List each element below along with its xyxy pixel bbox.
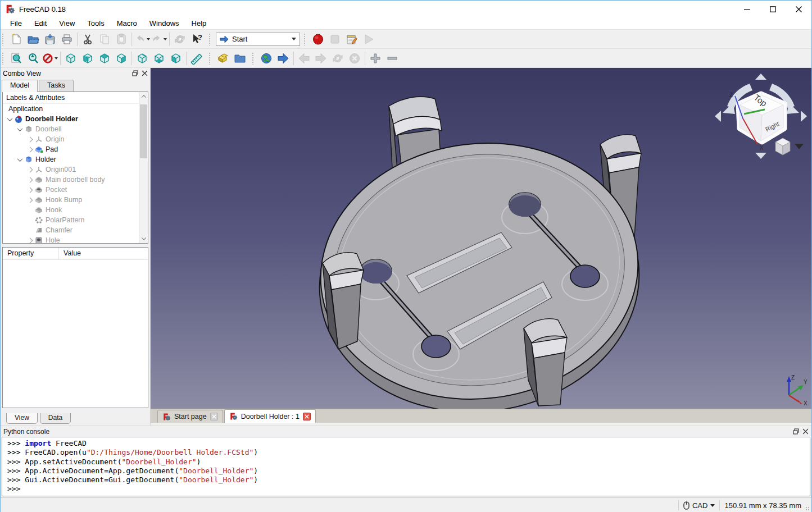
tree-item-pocket[interactable]: Pocket — [3, 185, 139, 195]
nav-menu-caret[interactable] — [795, 144, 804, 149]
close-button[interactable] — [786, 1, 811, 17]
resize-grip[interactable] — [805, 506, 810, 511]
view-axonometric-button[interactable] — [62, 51, 79, 66]
view-left-button[interactable] — [167, 51, 184, 66]
nav-down-triangle[interactable] — [755, 153, 766, 159]
draw-style-dropdown-caret[interactable] — [55, 57, 58, 60]
paste-button[interactable] — [113, 31, 130, 47]
tree-item-chamfer[interactable]: Chamfer — [3, 225, 139, 235]
tree-item-hook[interactable]: Hook — [3, 205, 139, 215]
web-stop-button[interactable] — [346, 51, 363, 66]
menu-file[interactable]: File — [4, 18, 28, 29]
expander-icon[interactable] — [15, 127, 24, 131]
view-bottom-button[interactable] — [151, 51, 167, 66]
macro-stop-button[interactable] — [326, 31, 343, 47]
zoom-out-button[interactable] — [384, 51, 401, 66]
view-rear-button[interactable] — [134, 51, 151, 66]
workbench-selector[interactable]: Start — [216, 33, 300, 46]
toolbar-drag-handle[interactable] — [208, 33, 211, 45]
nav-cube-body[interactable]: Top Right — [738, 93, 784, 142]
scroll-down-icon[interactable] — [139, 234, 148, 243]
forward-button[interactable] — [312, 51, 329, 66]
tab-model[interactable]: Model — [2, 80, 38, 92]
expander-icon[interactable] — [25, 138, 34, 141]
tree-item-polarpattern[interactable]: PolarPattern — [3, 215, 139, 225]
navigation-cube[interactable]: Top Right Z X — [710, 71, 811, 166]
tree-item-hook-bump[interactable]: Hook Bump — [3, 195, 139, 205]
expander-icon[interactable] — [15, 158, 24, 162]
undo-button[interactable] — [134, 31, 151, 47]
tab-view[interactable]: View — [6, 413, 38, 424]
close-tab-icon[interactable] — [303, 413, 311, 420]
scrollbar-thumb[interactable] — [140, 104, 147, 158]
panel-close-icon[interactable] — [142, 70, 148, 76]
tree-item-doorbell[interactable]: Doorbell — [3, 124, 139, 134]
redo-dropdown-caret[interactable] — [164, 38, 167, 40]
open-button[interactable] — [25, 31, 42, 47]
tree-item-origin001[interactable]: Origin001 — [3, 164, 139, 175]
refresh-button[interactable] — [171, 31, 188, 47]
copy-button[interactable] — [96, 31, 113, 47]
menu-view[interactable]: View — [53, 18, 81, 29]
close-tab-icon[interactable] — [210, 413, 218, 420]
tree-item-doorbell-holder[interactable]: Doorbell Holder — [3, 114, 139, 124]
scroll-up-icon[interactable] — [139, 92, 148, 101]
new-document-button[interactable] — [8, 31, 25, 47]
nav-mini-cube[interactable] — [775, 138, 790, 155]
nav-up-triangle[interactable] — [755, 74, 766, 80]
expander-icon[interactable] — [25, 148, 34, 152]
expander-icon[interactable] — [25, 198, 34, 202]
panel-float-icon[interactable] — [132, 70, 138, 76]
redo-button[interactable] — [151, 31, 167, 47]
tree-item-pad[interactable]: Pad — [3, 144, 139, 154]
undo-dropdown-caret[interactable] — [147, 38, 150, 40]
save-button[interactable] — [42, 31, 58, 47]
console-prompt-line[interactable]: >>> — [7, 484, 810, 493]
panel-float-icon[interactable] — [793, 428, 799, 435]
nav-right-triangle[interactable] — [801, 111, 807, 122]
menu-macro[interactable]: Macro — [111, 18, 143, 29]
expander-icon[interactable] — [25, 178, 34, 182]
web-refresh-button[interactable] — [329, 51, 346, 66]
tab-start-page[interactable]: Start page — [157, 410, 223, 423]
back-button[interactable] — [296, 51, 312, 66]
part-button[interactable] — [215, 51, 232, 66]
maximize-button[interactable] — [760, 1, 786, 17]
web-home-button[interactable] — [258, 51, 275, 66]
view-right-button[interactable] — [113, 51, 130, 66]
view-top-button[interactable] — [96, 51, 113, 66]
open-start-page-button[interactable] — [275, 51, 292, 66]
menu-help[interactable]: Help — [185, 18, 213, 29]
python-console[interactable]: >>> import FreeCAD >>> FreeCAD.open(u"D:… — [2, 437, 810, 496]
tree-item-origin[interactable]: Origin — [3, 134, 139, 144]
toolbar-drag-handle[interactable] — [2, 52, 4, 65]
menu-windows[interactable]: Windows — [143, 18, 185, 29]
fit-all-button[interactable] — [8, 51, 25, 66]
toolbar-drag-handle[interactable] — [303, 33, 306, 45]
folder-button[interactable] — [232, 51, 248, 66]
tab-doorbell-holder[interactable]: Doorbell Holder : 1 — [224, 409, 316, 423]
tree-item-hole[interactable]: Hole — [3, 235, 139, 243]
toolbar-drag-handle[interactable] — [208, 52, 211, 65]
tree-item-main-doorbell-body[interactable]: Main doorbell body — [3, 175, 139, 185]
minimize-button[interactable] — [734, 1, 760, 17]
3d-viewport[interactable]: Top Right Z X — [151, 68, 811, 409]
macro-edit-button[interactable] — [343, 31, 360, 47]
tree-scrollbar[interactable] — [139, 92, 148, 243]
whats-this-button[interactable]: ? — [188, 31, 205, 47]
expander-icon[interactable] — [25, 168, 34, 172]
tree-item-application[interactable]: Application — [3, 104, 139, 114]
draw-style-button[interactable] — [42, 51, 58, 66]
expander-icon[interactable] — [5, 117, 14, 121]
menu-tools[interactable]: Tools — [81, 18, 110, 29]
panel-close-icon[interactable] — [802, 428, 809, 435]
measure-distance-button[interactable] — [188, 51, 205, 66]
zoom-in-button[interactable] — [367, 51, 384, 66]
fit-selection-button[interactable] — [25, 51, 42, 66]
menu-edit[interactable]: Edit — [28, 18, 53, 29]
toolbar-drag-handle[interactable] — [2, 33, 4, 45]
navigation-style-selector[interactable]: CAD — [683, 501, 715, 510]
print-button[interactable] — [58, 31, 75, 47]
macro-execute-button[interactable] — [360, 31, 377, 47]
tab-tasks[interactable]: Tasks — [39, 80, 74, 92]
